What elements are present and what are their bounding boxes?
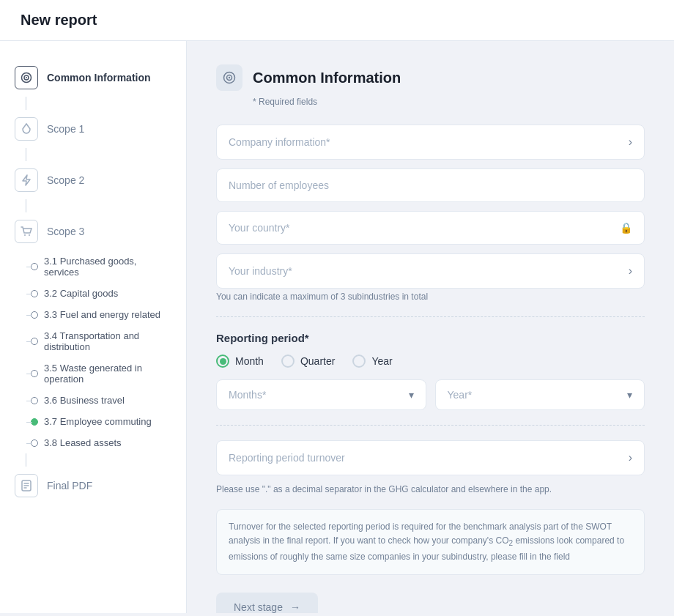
lock-icon: 🔒 bbox=[620, 222, 632, 234]
radio-inner-month bbox=[220, 358, 226, 365]
chevron-down-icon: ▾ bbox=[409, 389, 414, 401]
svg-point-4 bbox=[29, 234, 30, 236]
connector bbox=[26, 97, 26, 110]
sub-item-label: 3.7 Employee commuting bbox=[44, 416, 152, 427]
sidebar-item-3-2[interactable]: 3.2 Capital goods bbox=[0, 283, 186, 304]
sidebar-item-scope3[interactable]: Scope 3 bbox=[0, 212, 186, 251]
reporting-period-label: Reporting period* bbox=[216, 332, 645, 344]
sidebar-item-3-6[interactable]: 3.6 Business travel bbox=[0, 390, 186, 411]
sub-item-label: 3.3 Fuel and energy related bbox=[44, 309, 160, 320]
sub-dot bbox=[31, 370, 38, 377]
num-employees-input[interactable] bbox=[229, 179, 632, 191]
connector bbox=[26, 199, 26, 212]
radio-label-month: Month bbox=[235, 355, 264, 367]
svg-point-3 bbox=[24, 234, 26, 236]
sub-dot bbox=[31, 439, 38, 447]
chevron-right-icon: › bbox=[629, 136, 632, 149]
sub-item-label: 3.2 Capital goods bbox=[44, 288, 118, 299]
connector bbox=[26, 453, 26, 467]
section-title: Common Information bbox=[253, 70, 401, 86]
period-select-row: Months* ▾ Year* ▾ bbox=[216, 379, 645, 410]
radio-year[interactable]: Year bbox=[352, 355, 392, 368]
company-info-field[interactable]: Company information* › bbox=[216, 125, 645, 160]
radio-circle-year bbox=[352, 355, 366, 368]
arrow-right-icon: → bbox=[290, 601, 300, 613]
sidebar-item-scope2[interactable]: Scope 2 bbox=[0, 161, 186, 199]
radio-circle-month bbox=[216, 355, 229, 368]
sidebar-label-final-pdf: Final PDF bbox=[47, 480, 92, 491]
sub-dot bbox=[31, 290, 38, 297]
sidebar-item-3-4[interactable]: 3.4 Transportation and distribution bbox=[0, 325, 186, 357]
sidebar-item-3-8[interactable]: 3.8 Leased assets bbox=[0, 432, 186, 453]
sub-dot bbox=[31, 397, 38, 404]
sidebar-label-scope1: Scope 1 bbox=[47, 123, 84, 135]
sidebar-item-3-7[interactable]: 3.7 Employee commuting bbox=[0, 411, 186, 432]
radio-label-year: Year bbox=[371, 355, 392, 367]
turnover-hint: Please use "." as a decimal separator in… bbox=[216, 484, 645, 494]
connector bbox=[26, 148, 26, 161]
sub-item-label: 3.8 Leased assets bbox=[44, 437, 122, 448]
radio-circle-quarter bbox=[281, 355, 295, 368]
sidebar-item-scope1[interactable]: Scope 1 bbox=[0, 110, 186, 148]
divider bbox=[216, 425, 645, 426]
reporting-period-radio-group: Month Quarter Year bbox=[216, 355, 645, 368]
sidebar: Common Information Scope 1 Scope 2 bbox=[0, 41, 187, 613]
industry-hint: You can indicate a maximum of 3 subindus… bbox=[216, 292, 645, 302]
main-content: Common Information * Required fields Com… bbox=[187, 41, 674, 613]
droplet-icon bbox=[15, 117, 38, 141]
turnover-label: Reporting period turnover bbox=[229, 452, 629, 464]
sub-dot bbox=[31, 338, 38, 345]
sub-dot bbox=[31, 311, 38, 319]
sidebar-item-3-5[interactable]: 3.5 Waste generated in operation bbox=[0, 357, 186, 390]
year-select[interactable]: Year* ▾ bbox=[435, 379, 645, 410]
required-note: * Required fields bbox=[253, 97, 645, 107]
sidebar-item-3-3[interactable]: 3.3 Fuel and energy related bbox=[0, 304, 186, 325]
industry-field[interactable]: Your industry* › bbox=[216, 253, 645, 289]
svg-point-2 bbox=[26, 77, 27, 78]
sidebar-item-common-info[interactable]: Common Information bbox=[0, 59, 186, 97]
company-info-label: Company information* bbox=[229, 136, 629, 148]
next-stage-label: Next stage bbox=[234, 601, 283, 613]
turnover-field[interactable]: Reporting period turnover › bbox=[216, 440, 645, 475]
chevron-right-icon: › bbox=[629, 451, 632, 464]
lightning-icon bbox=[15, 168, 38, 192]
sidebar-item-3-1[interactable]: 3.1 Purchased goods, services bbox=[0, 251, 186, 283]
page-title: New report bbox=[21, 12, 653, 29]
sub-item-label: 3.4 Transportation and distribution bbox=[44, 330, 171, 352]
months-select[interactable]: Months* ▾ bbox=[216, 379, 426, 410]
sidebar-label-scope3: Scope 3 bbox=[47, 226, 84, 237]
radio-month[interactable]: Month bbox=[216, 355, 264, 368]
info-box-text: Turnover for the selected reporting peri… bbox=[229, 522, 624, 562]
scope3-sub-items: 3.1 Purchased goods, services 3.2 Capita… bbox=[0, 251, 186, 453]
info-box: Turnover for the selected reporting peri… bbox=[216, 509, 645, 575]
sub-item-label: 3.1 Purchased goods, services bbox=[44, 256, 171, 278]
section-target-icon bbox=[216, 64, 242, 91]
country-label: Your country* bbox=[229, 222, 620, 234]
months-label: Months* bbox=[229, 389, 266, 401]
radio-quarter[interactable]: Quarter bbox=[281, 355, 335, 368]
radio-label-quarter: Quarter bbox=[300, 355, 335, 367]
sidebar-label-scope2: Scope 2 bbox=[47, 174, 84, 186]
sidebar-label-common-info: Common Information bbox=[47, 72, 151, 84]
chevron-down-icon: ▾ bbox=[627, 389, 632, 401]
industry-label: Your industry* bbox=[229, 265, 629, 277]
chevron-right-icon: › bbox=[629, 264, 632, 278]
sub-item-label: 3.6 Business travel bbox=[44, 395, 125, 406]
svg-point-8 bbox=[229, 77, 230, 78]
target-icon bbox=[15, 66, 38, 89]
num-employees-field[interactable] bbox=[216, 168, 645, 202]
sidebar-item-final-pdf[interactable]: Final PDF bbox=[0, 467, 186, 505]
year-label: Year* bbox=[448, 389, 473, 401]
pdf-icon bbox=[15, 474, 38, 497]
next-stage-button[interactable]: Next stage → bbox=[216, 593, 318, 613]
sub-item-label: 3.5 Waste generated in operation bbox=[44, 363, 171, 385]
divider bbox=[216, 316, 645, 317]
cart-icon bbox=[15, 220, 38, 243]
sub-dot bbox=[31, 263, 38, 270]
country-field[interactable]: Your country* 🔒 bbox=[216, 211, 645, 245]
section-header: Common Information bbox=[216, 64, 645, 91]
header: New report bbox=[0, 0, 674, 41]
sub-dot-green bbox=[31, 418, 38, 426]
app-layout: Common Information Scope 1 Scope 2 bbox=[0, 41, 674, 613]
